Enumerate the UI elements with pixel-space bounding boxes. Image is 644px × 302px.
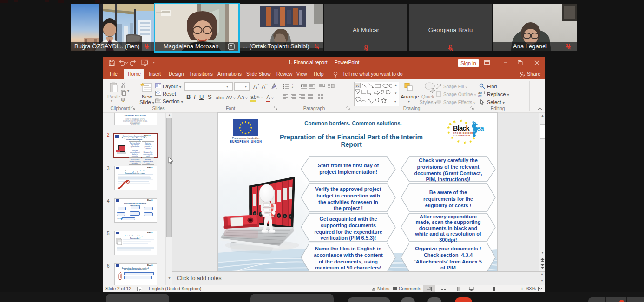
- svg-text:2—: 2—: [292, 85, 296, 88]
- svg-text:ab: ab: [478, 91, 482, 94]
- svg-text:ac: ac: [478, 94, 482, 97]
- svg-text:ea: ea: [477, 125, 485, 132]
- svg-text:A: A: [356, 84, 359, 88]
- svg-text:COOPERATION: COOPERATION: [453, 134, 470, 137]
- svg-text:CROSS BORDER: CROSS BORDER: [453, 132, 473, 134]
- svg-text:Black: Black: [453, 125, 470, 132]
